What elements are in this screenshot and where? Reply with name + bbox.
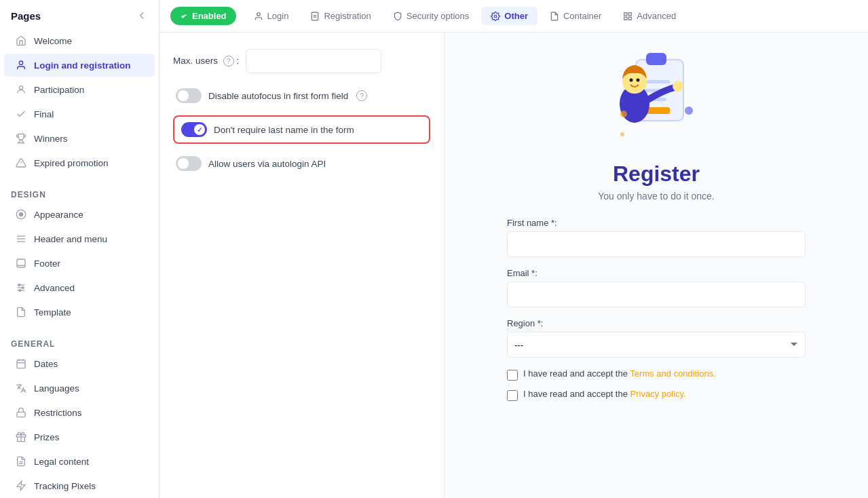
svg-rect-38: [628, 12, 631, 15]
privacy-checkbox[interactable]: [507, 390, 518, 401]
privacy-checkbox-row: I have read and accept the Privacy polic…: [507, 389, 806, 401]
svg-marker-25: [17, 481, 25, 490]
toggle-knob: [178, 90, 189, 101]
svg-point-51: [673, 81, 683, 92]
terms-checkbox-row: I have read and accept the Terms and con…: [507, 368, 806, 381]
calendar-icon: [15, 358, 27, 370]
sidebar-item-languages[interactable]: Languages: [4, 377, 155, 400]
preview-subtitle: You only have to do it once.: [598, 191, 715, 202]
legal-icon: [15, 455, 27, 467]
svg-point-53: [685, 107, 693, 115]
sidebar-item-appearance[interactable]: Appearance: [4, 203, 155, 226]
form-field-region: Region *: ---: [507, 318, 806, 358]
sidebar-header: Pages: [0, 0, 159, 28]
disable-autofocus-label: Disable autofocus in first form field: [208, 91, 348, 101]
terms-prefix: I have read and accept the: [523, 368, 630, 379]
svg-rect-39: [628, 17, 631, 20]
svg-point-49: [630, 79, 633, 82]
tab-container[interactable]: Container: [540, 7, 611, 25]
svg-rect-40: [624, 17, 627, 20]
svg-rect-43: [643, 80, 670, 83]
svg-rect-17: [17, 360, 25, 368]
sidebar: Pages Welcome Login and registration Par…: [0, 0, 159, 498]
toggle-track: [176, 88, 202, 103]
sidebar-item-expired-promotion[interactable]: Expired promotion: [4, 151, 155, 174]
sidebar-item-label: Winners: [34, 134, 68, 144]
check-icon: [15, 108, 27, 120]
sidebar-item-restrictions[interactable]: Restrictions: [4, 401, 155, 424]
svg-rect-37: [624, 12, 627, 15]
preview-illustration: [609, 46, 704, 155]
tab-login[interactable]: Login: [244, 7, 299, 25]
sidebar-item-label: Template: [34, 307, 71, 318]
sidebar-item-advanced-design[interactable]: Advanced: [4, 276, 155, 299]
svg-point-36: [495, 15, 497, 18]
main-content: Enabled Login Registration Security opti…: [159, 0, 868, 498]
top-tabbar: Enabled Login Registration Security opti…: [159, 0, 868, 33]
form-field-first-name: First name *:: [507, 218, 806, 257]
email-label: Email *:: [507, 268, 806, 278]
sidebar-item-participation[interactable]: Participation: [4, 78, 155, 101]
email-input[interactable]: [507, 282, 806, 307]
footer-icon: [15, 257, 27, 269]
disable-autofocus-help-icon[interactable]: ?: [356, 90, 367, 101]
svg-point-32: [257, 12, 260, 16]
sidebar-item-dates[interactable]: Dates: [4, 352, 155, 375]
sidebar-item-label: Final: [34, 109, 54, 119]
toggle-track-on: [181, 122, 207, 137]
sidebar-item-label: Restrictions: [34, 408, 82, 418]
svg-rect-33: [312, 12, 318, 20]
region-select[interactable]: ---: [507, 332, 806, 358]
sidebar-item-label: Languages: [34, 383, 79, 394]
content-area: Max. users ? : Disable autofocus in firs…: [159, 33, 868, 498]
svg-rect-42: [646, 53, 666, 65]
tab-security-options[interactable]: Security options: [383, 7, 479, 25]
tab-other[interactable]: Other: [481, 7, 537, 25]
first-name-input[interactable]: [507, 231, 806, 257]
max-users-help-icon[interactable]: ?: [223, 56, 234, 66]
sidebar-item-template[interactable]: Template: [4, 301, 155, 324]
terms-link[interactable]: Terms and conditions.: [630, 368, 715, 379]
sidebar-item-legal-content[interactable]: Legal content: [4, 450, 155, 473]
design-section-label: Design: [0, 183, 159, 202]
person-icon: [15, 83, 27, 96]
sidebar-item-label: Tracking Pixels: [34, 481, 96, 491]
sidebar-item-prizes[interactable]: Prizes: [4, 425, 155, 448]
svg-point-16: [19, 290, 21, 292]
sidebar-item-label: Prizes: [34, 432, 60, 442]
enabled-button[interactable]: Enabled: [170, 7, 236, 25]
max-users-label: Max. users ? :: [173, 56, 239, 67]
no-last-name-label: Don't require last name in the form: [214, 125, 354, 135]
privacy-link[interactable]: Privacy policy.: [630, 389, 686, 399]
translate-icon: [15, 382, 27, 394]
sidebar-item-winners[interactable]: Winners: [4, 127, 155, 150]
tab-advanced[interactable]: Advanced: [614, 7, 685, 25]
tab-registration[interactable]: Registration: [301, 7, 380, 25]
sidebar-collapse-button[interactable]: [136, 9, 148, 22]
sidebar-item-label: Advanced: [34, 283, 75, 293]
lock-icon: [15, 406, 27, 419]
sidebar-item-tracking-pixels[interactable]: Tracking Pixels: [4, 474, 155, 497]
disable-autofocus-toggle[interactable]: [176, 88, 202, 103]
svg-point-54: [620, 132, 624, 136]
sidebar-item-header-menu[interactable]: Header and menu: [4, 227, 155, 250]
svg-rect-21: [17, 412, 25, 417]
terms-checkbox[interactable]: [507, 370, 518, 381]
no-last-name-toggle[interactable]: [181, 122, 207, 137]
preview-form: First name *: Email *: Region *: ---: [507, 218, 806, 409]
sidebar-item-final[interactable]: Final: [4, 102, 155, 126]
sidebar-item-footer[interactable]: Footer: [4, 252, 155, 275]
sidebar-item-label: Welcome: [34, 36, 72, 46]
sidebar-item-login-registration[interactable]: Login and registration: [4, 54, 155, 77]
sidebar-item-welcome[interactable]: Welcome: [4, 29, 155, 52]
max-users-row: Max. users ? :: [173, 49, 430, 73]
sidebar-item-label: Header and menu: [34, 234, 107, 244]
region-label: Region *:: [507, 318, 806, 328]
sidebar-item-label: Dates: [34, 359, 58, 369]
svg-rect-9: [17, 259, 25, 267]
autologin-toggle[interactable]: [176, 156, 202, 171]
svg-point-5: [19, 212, 22, 216]
max-users-input[interactable]: [246, 49, 381, 73]
pixel-icon: [15, 480, 27, 492]
toggle-row-autologin: Allow users via autologin API: [173, 152, 430, 175]
